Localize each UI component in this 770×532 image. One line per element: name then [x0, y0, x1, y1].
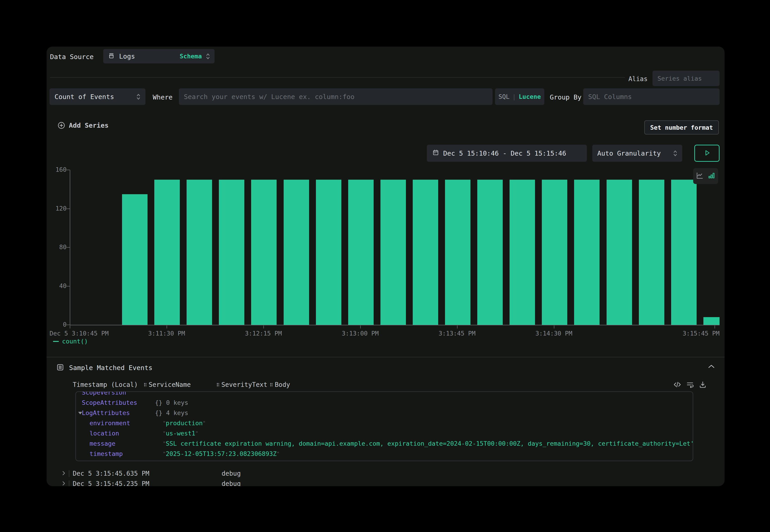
bar[interactable]: [445, 180, 471, 325]
data-source-label: Data Source: [50, 53, 94, 61]
event-severity: debug: [221, 470, 241, 477]
json-key: ScopeVersion: [82, 391, 155, 398]
json-row[interactable]: ScopeAttributes{} 0 keys: [76, 398, 693, 408]
series-alias-input[interactable]: [653, 71, 720, 86]
query-builder-card: Data Source Logs Schema Alias Count of E…: [47, 47, 725, 486]
bar[interactable]: [413, 180, 438, 325]
event-rows: Dec 5 3:15:45.635 PMdebugDec 5 3:15:45.2…: [47, 469, 725, 486]
bar[interactable]: [219, 180, 244, 325]
collapse-chevron-icon[interactable]: [47, 364, 715, 370]
x-tick-label: 3:14:30 PM: [536, 330, 573, 337]
json-value: "production": [163, 420, 206, 427]
x-tick-label: 3:12:15 PM: [245, 330, 282, 337]
alias-label: Alias: [628, 75, 648, 83]
column-header-severitytext[interactable]: SeverityText: [216, 381, 267, 388]
y-tick-label: 80: [47, 244, 67, 251]
json-row[interactable]: LogAttributes{} 4 keys: [76, 408, 693, 418]
play-icon: [703, 149, 711, 157]
chart-type-toggle[interactable]: [693, 168, 718, 184]
lucene-toggle[interactable]: Lucene: [519, 93, 541, 100]
column-header-servicename[interactable]: ServiceName: [144, 381, 191, 388]
bar[interactable]: [316, 180, 341, 325]
add-series-label: Add Series: [69, 122, 109, 129]
event-row[interactable]: Dec 5 3:15:45.635 PMdebug: [47, 469, 725, 479]
x-axis: Dec 5 3:10:45 PM3:11:30 PM3:12:15 PM3:13…: [70, 325, 720, 341]
json-value: "": [155, 391, 161, 396]
event-row[interactable]: Dec 5 3:15:45.235 PMdebug: [47, 479, 725, 486]
download-icon[interactable]: [699, 380, 707, 389]
plot-area: [70, 170, 720, 325]
query-language-toggle[interactable]: SQL | Lucene: [495, 88, 544, 105]
json-key: environment: [90, 418, 163, 428]
y-tick-label: 160: [47, 166, 67, 173]
json-row[interactable]: ScopeVersion"": [76, 391, 693, 398]
data-source-value: Logs: [119, 52, 135, 60]
json-row[interactable]: message"SSL certificate expiration warni…: [76, 438, 693, 449]
y-tick-label: 0: [47, 321, 67, 328]
bar[interactable]: [671, 180, 697, 325]
x-tick: [70, 326, 70, 328]
line-chart-icon[interactable]: [696, 172, 704, 181]
run-query-button[interactable]: [694, 145, 720, 162]
drag-handle-icon[interactable]: [216, 383, 219, 387]
data-source-select[interactable]: Logs Schema: [103, 49, 214, 63]
json-key: timestamp: [90, 449, 163, 459]
expand-chevron-icon[interactable]: [61, 470, 67, 477]
search-input[interactable]: [179, 88, 493, 105]
granularity-select[interactable]: Auto Granularity: [592, 145, 682, 162]
bar[interactable]: [542, 180, 567, 325]
drag-handle-icon[interactable]: [144, 383, 146, 387]
x-tick: [554, 326, 554, 328]
bar[interactable]: [348, 180, 373, 325]
bar-chart-icon[interactable]: [708, 172, 716, 181]
x-tick-label: 3:15:45 PM: [683, 330, 720, 337]
toggle-divider: |: [512, 93, 516, 100]
legend-swatch: [53, 341, 59, 342]
bar[interactable]: [251, 180, 276, 325]
y-tick-label: 120: [47, 205, 67, 212]
set-number-format-button[interactable]: Set number format: [644, 120, 719, 134]
bar[interactable]: [510, 180, 535, 325]
bar[interactable]: [703, 317, 720, 325]
column-header-timestamp-local-[interactable]: Timestamp (Local): [73, 381, 138, 388]
wrap-text-icon[interactable]: [686, 380, 694, 389]
collapse-triangle-icon[interactable]: [78, 412, 82, 414]
legend-label: count(): [62, 338, 88, 345]
bar[interactable]: [639, 180, 664, 325]
sql-toggle[interactable]: SQL: [499, 93, 510, 100]
bar[interactable]: [284, 180, 309, 325]
drag-handle-icon[interactable]: [270, 383, 272, 387]
json-row[interactable]: location"us-west1": [76, 428, 693, 438]
bar[interactable]: [380, 180, 406, 325]
add-series-button[interactable]: Add Series: [57, 122, 109, 129]
severity-indicator: [69, 470, 69, 477]
json-key: message: [90, 438, 163, 449]
bar[interactable]: [574, 180, 600, 325]
group-by-input[interactable]: [583, 88, 720, 105]
bar[interactable]: [477, 180, 503, 325]
where-label: Where: [153, 93, 172, 101]
json-row[interactable]: environment"production": [76, 418, 693, 428]
y-tick: [67, 170, 70, 170]
bar[interactable]: [154, 180, 180, 325]
y-tick: [67, 209, 70, 209]
x-tick-label: 3:13:45 PM: [439, 330, 476, 337]
y-tick: [67, 286, 70, 286]
group-by-label: Group By: [550, 93, 582, 101]
bar[interactable]: [122, 194, 147, 325]
code-icon[interactable]: [673, 380, 681, 389]
bar[interactable]: [607, 180, 632, 325]
events-table-header: Timestamp (Local)ServiceNameSeverityText…: [47, 381, 725, 389]
expanded-event-json: ScopeVersion""ScopeAttributes{} 0 keysLo…: [75, 391, 693, 461]
aggregation-select[interactable]: Count of Events: [50, 88, 145, 105]
divider: [47, 357, 725, 357]
y-tick-label: 40: [47, 282, 67, 289]
column-header-body[interactable]: Body: [270, 381, 290, 388]
expand-chevron-icon[interactable]: [61, 480, 67, 486]
chart-legend[interactable]: count(): [53, 338, 88, 345]
x-tick-label: 3:13:00 PM: [342, 330, 379, 337]
bar[interactable]: [187, 180, 212, 325]
chevron-updown-icon: [206, 53, 210, 60]
time-range-picker[interactable]: Dec 5 15:10:46 - Dec 5 15:15:46: [427, 145, 587, 162]
json-row[interactable]: timestamp"2025-12-05T13:57:23.082306893Z…: [76, 449, 693, 459]
